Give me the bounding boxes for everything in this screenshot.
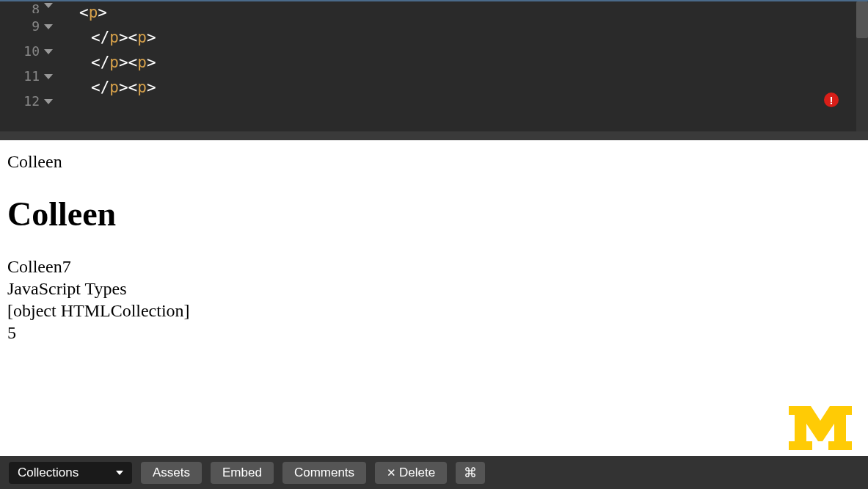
keyboard-shortcuts-button[interactable]: ⌘ <box>456 462 485 484</box>
preview-heading: Colleen <box>7 195 861 233</box>
editor-scrollbar[interactable] <box>856 1 868 131</box>
bottom-toolbar: Collections Assets Embed Comments ✕ Dele… <box>0 456 868 489</box>
gutter-row: 9 <box>0 13 59 38</box>
collections-dropdown[interactable]: Collections <box>9 462 132 484</box>
preview-text: Colleen <box>7 151 861 173</box>
error-icon[interactable]: ! <box>824 93 839 107</box>
assets-button[interactable]: Assets <box>141 462 202 484</box>
brand-logo-icon <box>789 406 852 450</box>
preview-text: 5 <box>7 322 861 344</box>
line-number: 8 <box>32 1 40 13</box>
gutter-row: 12 <box>0 88 59 113</box>
scrollbar-thumb[interactable] <box>856 1 868 38</box>
code-line[interactable]: </p><p> <box>59 50 868 75</box>
gutter-row: 10 <box>0 38 59 63</box>
code-area[interactable]: <body><p></p><p></p><p></p><p> <box>59 1 868 131</box>
fold-arrow-icon[interactable] <box>44 24 53 29</box>
gutter-row: 11 <box>0 63 59 88</box>
code-editor-pane[interactable]: 89101112 <body><p></p><p></p><p></p><p> … <box>0 1 868 131</box>
preview-text: [object HTMLCollection] <box>7 300 861 322</box>
fold-arrow-icon[interactable] <box>44 99 53 104</box>
comments-button[interactable]: Comments <box>282 462 366 484</box>
preview-pane: Colleen Colleen Colleen7 JavaScript Type… <box>0 140 868 456</box>
pane-separator[interactable] <box>0 131 868 140</box>
preview-text: JavaScript Types <box>7 278 861 300</box>
editor-gutter: 89101112 <box>0 1 59 131</box>
fold-arrow-icon[interactable] <box>44 3 53 8</box>
code-line[interactable]: </p><p> <box>59 75 868 100</box>
dropdown-label: Collections <box>18 466 79 480</box>
line-number: 10 <box>23 43 40 59</box>
code-line[interactable]: <p> <box>59 1 868 25</box>
delete-button[interactable]: ✕ Delete <box>375 462 447 484</box>
preview-text: Colleen7 <box>7 256 861 278</box>
fold-arrow-icon[interactable] <box>44 74 53 79</box>
gutter-row: 8 <box>0 1 59 13</box>
embed-button[interactable]: Embed <box>211 462 274 484</box>
delete-label: Delete <box>399 466 435 480</box>
line-number: 9 <box>32 18 40 34</box>
line-number: 11 <box>23 68 40 84</box>
fold-arrow-icon[interactable] <box>44 49 53 54</box>
close-icon: ✕ <box>387 466 396 479</box>
chevron-down-icon <box>116 471 123 475</box>
code-line[interactable]: </p><p> <box>59 25 868 50</box>
line-number: 12 <box>23 93 40 109</box>
